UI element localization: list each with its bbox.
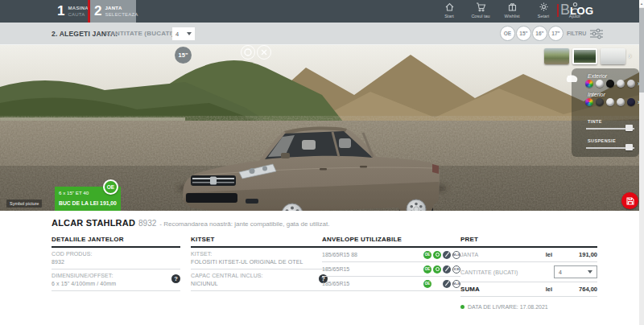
nav-settings-label: Setari xyxy=(538,14,549,19)
help-icon[interactable]: ? xyxy=(171,274,180,283)
save-config-button[interactable] xyxy=(621,192,638,209)
size-filter-group: OE 15" 16" 17" FILTRU xyxy=(500,26,604,41)
detail-row-kitset: KITSET: FOLOSITI KITSET-UL ORIGINAL DE O… xyxy=(191,248,328,269)
nav-wishlist[interactable]: Wishlist xyxy=(500,2,524,19)
gift-icon xyxy=(507,2,518,12)
product-description: - Recomandarea noastră: jante compatibil… xyxy=(159,220,329,228)
column-header: KITSET xyxy=(191,236,328,248)
scrollbar-up-arrow[interactable]: ▲ xyxy=(639,0,644,7)
oe-tire-badge: OE xyxy=(423,251,431,259)
suma-price: 764,00 xyxy=(564,286,597,293)
exterior-color-swatches: › xyxy=(585,80,639,88)
suspensie-slider[interactable] xyxy=(586,143,634,151)
product-details-section: ALCAR STAHLRAD 8932 - Recomandarea noast… xyxy=(0,211,639,325)
blog-logo-text: LOG xyxy=(570,5,594,17)
background-thumb-studio[interactable] xyxy=(601,48,625,64)
chevron-down-icon xyxy=(588,270,592,274)
step-2-title: JANTA xyxy=(105,6,138,11)
page-scrollbar: ▲ xyxy=(639,0,644,325)
topbar: 1 MASINA CAUTA 2 JANTA SELECTEAZA Start … xyxy=(0,0,639,23)
interior-color-swatches: › xyxy=(585,98,639,106)
suspensie-slider-handle[interactable] xyxy=(625,144,633,150)
scrollbar-thumb[interactable] xyxy=(639,8,644,93)
step-2-janta[interactable]: 2 JANTA SELECTEAZA xyxy=(90,0,136,23)
column-header: ANVELOPE UTILIZABILE xyxy=(322,236,460,248)
paint-spray-icon xyxy=(565,72,579,84)
exterior-color-multi[interactable] xyxy=(585,80,593,88)
filter-16-button[interactable]: 16" xyxy=(532,26,547,41)
summer-tire-badge xyxy=(433,251,441,259)
nav-settings[interactable]: Setari xyxy=(531,2,555,19)
oe-badge: OE xyxy=(103,179,118,195)
filter-17-button[interactable]: 17" xyxy=(548,26,564,41)
close-view-button[interactable] xyxy=(257,45,271,60)
blog-logo[interactable]: B LOG xyxy=(557,2,594,17)
column-price: PRET JANTA lei 191,00 CANTITATE (BUCATI)… xyxy=(460,236,597,310)
step-1-masina[interactable]: 1 MASINA CAUTA xyxy=(57,0,89,23)
filter-bar: 2. ALEGETI JANTA: CANTITATE (BUCATI): 4 … xyxy=(0,23,639,45)
interior-color-multi[interactable] xyxy=(585,98,593,106)
exterior-color-black[interactable] xyxy=(606,80,614,88)
janta-price: 191,00 xyxy=(564,251,597,258)
ice-tire-badge: ICE xyxy=(452,265,460,274)
tinte-slider-handle[interactable] xyxy=(625,125,633,131)
badge-spacer xyxy=(433,280,441,288)
detail-row-dimensiune: DIMENSIUNE/OFFSET: 6 x 15" 4/100mm / 40m… xyxy=(52,269,180,291)
price-quantity-select[interactable]: 4 xyxy=(554,265,597,278)
nav-wishlist-label: Wishlist xyxy=(505,14,520,19)
tire-row: 185/65R15 OE ICE xyxy=(322,262,460,277)
price-row-quantity: CANTITATE (BUCATI) 4 xyxy=(460,262,597,282)
price-row-janta: JANTA lei 191,00 xyxy=(460,248,597,262)
interior-color-grey[interactable] xyxy=(617,98,625,106)
tire-row: 185/65R15 88 OE M+S xyxy=(322,248,460,262)
wheel-configurator-app: 1 MASINA CAUTA 2 JANTA SELECTEAZA Start … xyxy=(0,0,644,325)
background-thumbnails: › xyxy=(544,48,631,64)
availability-dot-icon xyxy=(460,305,464,309)
product-title-row: ALCAR STAHLRAD 8932 - Recomandarea noast… xyxy=(52,218,330,228)
ms-tire-badge: M+S xyxy=(452,251,460,259)
chevron-down-icon xyxy=(187,32,192,35)
detail-row-cod-produs: COD PRODUS: 8932 xyxy=(52,248,180,269)
currency-label: lei xyxy=(546,251,552,258)
filter-sliders-icon[interactable] xyxy=(589,28,604,39)
filter-15-button[interactable]: 15" xyxy=(516,26,531,41)
interior-color-navy[interactable] xyxy=(627,98,635,106)
step-1-number: 1 xyxy=(57,0,64,23)
exterior-color-grey[interactable] xyxy=(627,80,635,88)
interior-color-dark[interactable] xyxy=(596,98,604,106)
nav-start-label: Start xyxy=(444,14,454,19)
oe-tire-badge: OE xyxy=(423,265,431,274)
offer-dimension: 6 x 15" ET 40 xyxy=(59,190,89,195)
close-icon xyxy=(259,47,269,57)
wheel-size-badge: 15" xyxy=(175,47,192,64)
filter-button-label[interactable]: FILTRU xyxy=(567,31,586,36)
interior-color-light[interactable] xyxy=(606,98,614,106)
currency-label: lei xyxy=(546,286,552,293)
exterior-label: Exterior xyxy=(588,73,607,79)
exterior-color-white[interactable] xyxy=(596,80,604,88)
background-thumb-landscape[interactable] xyxy=(544,48,569,64)
blog-logo-b: B xyxy=(560,2,570,17)
cart-icon xyxy=(476,2,486,12)
step-2-subtitle: SELECTEAZA xyxy=(105,12,138,18)
thumbs-next-icon[interactable]: › xyxy=(629,52,631,60)
filter-oe-button[interactable]: OE xyxy=(500,26,515,41)
quantity-select[interactable]: 4 xyxy=(172,27,195,40)
product-brand: ALCAR STAHLRAD xyxy=(52,218,135,228)
tinte-slider[interactable] xyxy=(586,124,634,132)
nav-cart-label: Cosul tau xyxy=(471,14,489,19)
delivery-date: DATA DE LIVRARE: 17.08.2021 xyxy=(460,304,597,310)
oe-tire-badge: OE xyxy=(423,280,431,288)
symbol-picture-label: Symbol picture xyxy=(6,200,42,208)
product-code: 8932 xyxy=(138,219,156,228)
column-tires: ANVELOPE UTILIZABILE 185/65R15 88 OE M+S… xyxy=(322,236,460,291)
background-thumb-forest-selected[interactable] xyxy=(572,48,597,64)
car-image xyxy=(181,124,447,211)
rotate-view-button[interactable] xyxy=(241,45,255,60)
exterior-color-silver[interactable] xyxy=(617,80,625,88)
detail-row-capac: CAPAC CENTRAL INCLUS: NICIUNUL ? xyxy=(191,269,328,291)
nav-cart[interactable]: Cosul tau xyxy=(469,2,493,19)
price-row-suma: SUMA lei 764,00 xyxy=(460,282,597,297)
tire-row: 185/65R15 OE M+S xyxy=(322,277,460,291)
nav-start[interactable]: Start xyxy=(437,2,461,19)
